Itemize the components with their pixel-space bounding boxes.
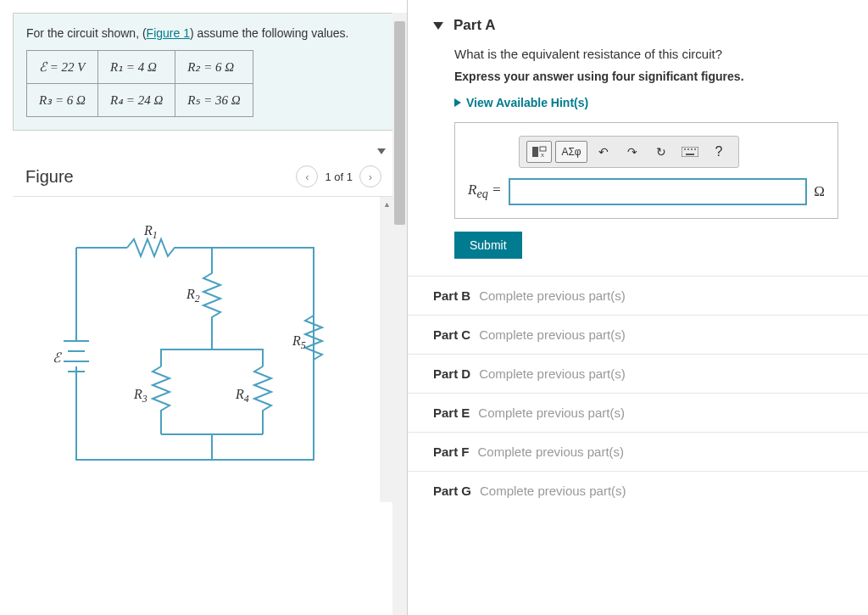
redo-button[interactable]: ↷: [620, 141, 645, 163]
unit-label: Ω: [814, 183, 825, 200]
keyboard-button[interactable]: [677, 141, 703, 163]
left-scrollbar[interactable]: [392, 13, 407, 615]
svg-point-9: [687, 148, 689, 150]
svg-rect-12: [686, 154, 694, 155]
val-emf: ℰ = 22 V: [27, 51, 98, 84]
label-r3: R3: [133, 387, 147, 405]
answer-box: x ΑΣφ ↶ ↷ ↻ ? Req = Ω: [454, 122, 838, 219]
answer-input[interactable]: [509, 178, 808, 205]
part-e[interactable]: Part EComplete previous part(s): [408, 393, 868, 432]
chevron-right-icon: [454, 98, 461, 107]
val-r1: R₁ = 4 Ω: [97, 51, 175, 84]
figure-pager: ‹ 1 of 1 ›: [296, 165, 381, 187]
figure-next-button[interactable]: ›: [359, 165, 381, 187]
svg-point-8: [684, 148, 686, 150]
label-r4: R4: [235, 387, 249, 405]
svg-rect-4: [532, 147, 538, 157]
part-f[interactable]: Part FComplete previous part(s): [408, 432, 868, 471]
collapse-problem-icon[interactable]: [377, 148, 386, 154]
undo-button[interactable]: ↶: [591, 141, 616, 163]
val-r4: R₄ = 24 Ω: [97, 84, 175, 117]
symbols-button[interactable]: ΑΣφ: [555, 141, 587, 163]
part-d[interactable]: Part DComplete previous part(s): [408, 354, 868, 393]
submit-button[interactable]: Submit: [454, 232, 522, 259]
template-button[interactable]: x: [526, 141, 552, 163]
val-r3: R₃ = 6 Ω: [27, 84, 98, 117]
label-emf: ℰ: [53, 350, 63, 365]
label-r2: R2: [186, 287, 200, 305]
svg-rect-7: [682, 147, 698, 157]
svg-point-11: [694, 148, 696, 150]
label-r1: R1: [143, 223, 158, 241]
part-a-header[interactable]: Part A: [408, 0, 868, 47]
figure-pager-text: 1 of 1: [325, 171, 353, 183]
svg-text:x: x: [541, 151, 544, 158]
val-r2: R₂ = 6 Ω: [175, 51, 253, 84]
figure-title: Figure: [25, 167, 74, 187]
val-r5: R₅ = 36 Ω: [175, 84, 253, 117]
part-g[interactable]: Part GComplete previous part(s): [408, 471, 868, 510]
label-r5: R5: [292, 333, 306, 351]
intro-post: ) assume the following values.: [190, 26, 349, 40]
figure-prev-button[interactable]: ‹: [296, 165, 318, 187]
question-text: What is the equivalent resistance of thi…: [454, 47, 838, 61]
input-toolbar: x ΑΣφ ↶ ↷ ↻ ?: [519, 136, 739, 168]
reset-button[interactable]: ↻: [648, 141, 674, 163]
figure-content: R1 R2 R5 R3 R4 ℰ ▲: [0, 197, 407, 502]
collapse-part-icon[interactable]: [433, 22, 443, 30]
help-button[interactable]: ?: [706, 141, 732, 163]
problem-statement: For the circuit shown, (Figure 1) assume…: [13, 13, 394, 131]
part-b[interactable]: Part BComplete previous part(s): [408, 276, 868, 315]
intro-pre: For the circuit shown, (: [26, 26, 147, 40]
svg-point-10: [691, 148, 693, 150]
part-c[interactable]: Part CComplete previous part(s): [408, 315, 868, 354]
figure-link[interactable]: Figure 1: [147, 26, 190, 40]
values-table: ℰ = 22 V R₁ = 4 Ω R₂ = 6 Ω R₃ = 6 Ω R₄ =…: [26, 50, 253, 117]
part-a-title: Part A: [453, 17, 495, 34]
input-label: Req =: [468, 182, 502, 201]
hints-link[interactable]: View Available Hint(s): [454, 96, 838, 109]
instruction-text: Express your answer using four significa…: [454, 70, 838, 83]
